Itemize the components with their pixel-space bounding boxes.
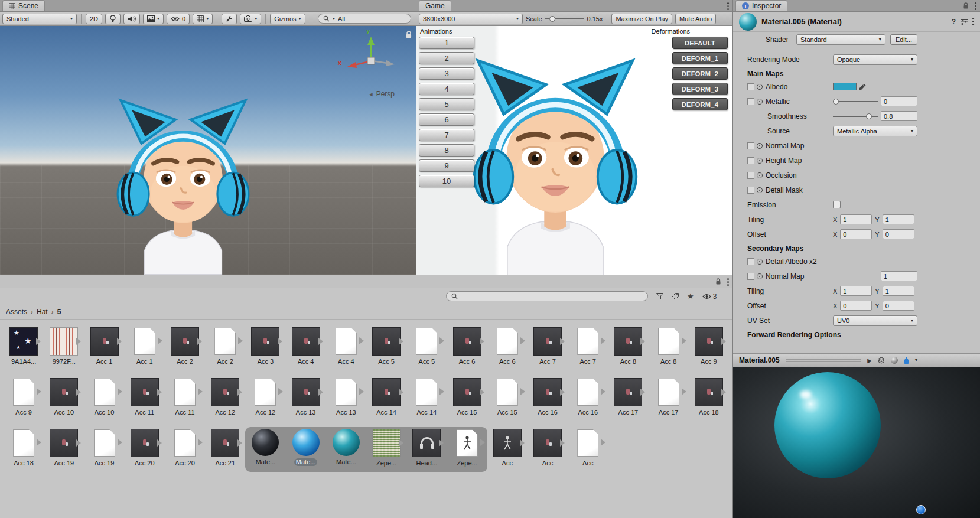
asset-item[interactable]: Acc 2: [205, 325, 245, 370]
animation-button-1[interactable]: 1: [419, 37, 474, 49]
shader-dropdown[interactable]: Standard▾: [796, 34, 885, 45]
project-visibility-toggle[interactable]: 3: [702, 292, 717, 301]
expand-arrow-icon[interactable]: [399, 439, 403, 447]
resolution-dropdown[interactable]: 3800x3000▾: [419, 14, 523, 24]
expand-arrow-icon[interactable]: [560, 439, 565, 447]
breadcrumb-item-assets[interactable]: Assets: [6, 308, 27, 316]
expand-arrow-icon[interactable]: [198, 388, 203, 395]
scene-audio-button[interactable]: [123, 14, 140, 24]
scene-effects-dropdown[interactable]: ▾: [143, 14, 164, 24]
preview-sphere-icon[interactable]: [891, 357, 898, 364]
rendering-mode-dropdown[interactable]: Opaque▾: [833, 54, 917, 65]
expand-arrow-icon[interactable]: [237, 439, 242, 447]
expand-arrow-icon[interactable]: [198, 439, 203, 446]
expand-arrow-icon[interactable]: [480, 439, 485, 446]
object-picker-icon[interactable]: [757, 158, 763, 164]
object-picker-icon[interactable]: [757, 99, 763, 105]
asset-item[interactable]: Acc 10: [84, 376, 124, 421]
project-search-input[interactable]: [446, 291, 648, 301]
tab-scene[interactable]: Scene: [2, 0, 45, 11]
asset-item[interactable]: Zepe...: [366, 427, 406, 472]
expand-arrow-icon[interactable]: [480, 338, 484, 345]
expand-arrow-icon[interactable]: [76, 439, 81, 447]
expand-arrow-icon[interactable]: [439, 388, 444, 395]
deformation-button-deform_2[interactable]: DEFORM_2: [672, 67, 728, 80]
tab-inspector[interactable]: i Inspector: [735, 0, 787, 11]
scene-visibility-toggle[interactable]: 0: [167, 14, 190, 24]
lock-icon[interactable]: [405, 31, 412, 39]
expand-arrow-icon[interactable]: [399, 338, 403, 345]
animation-button-6[interactable]: 6: [419, 113, 474, 126]
texture-slot[interactable]: [747, 273, 754, 280]
gizmos-dropdown[interactable]: Gizmos▾: [270, 14, 305, 24]
animation-button-10[interactable]: 10: [419, 175, 474, 187]
deformation-button-default[interactable]: DEFAULT: [672, 37, 728, 49]
scene-tool-button[interactable]: [222, 14, 237, 24]
layers-icon[interactable]: [878, 357, 885, 364]
asset-item[interactable]: 9972F...: [44, 325, 84, 370]
asset-item[interactable]: Acc 13: [286, 376, 326, 421]
expand-arrow-icon[interactable]: [439, 337, 444, 344]
scene-viewport[interactable]: y x ◄ Persp: [0, 26, 416, 275]
draw-mode-dropdown[interactable]: Shaded▾: [2, 14, 77, 24]
search-by-type-button[interactable]: [656, 293, 663, 299]
asset-item[interactable]: Acc 17: [649, 376, 689, 421]
asset-item[interactable]: Acc 2: [165, 325, 205, 370]
object-picker-icon[interactable]: [757, 172, 763, 178]
expand-arrow-icon[interactable]: [359, 337, 364, 344]
toggle-2d-button[interactable]: 2D: [86, 14, 102, 24]
animation-button-8[interactable]: 8: [419, 144, 474, 157]
scene-camera-dropdown[interactable]: ▾: [240, 14, 261, 24]
expand-arrow-icon[interactable]: [157, 439, 162, 447]
animation-button-9[interactable]: 9: [419, 159, 474, 172]
asset-item[interactable]: Acc 20: [125, 427, 165, 472]
object-picker-icon[interactable]: [757, 187, 763, 193]
asset-item[interactable]: Acc 14: [366, 376, 406, 421]
smoothness-slider[interactable]: [833, 112, 878, 120]
asset-item[interactable]: Acc 3: [245, 325, 285, 370]
drag-handle[interactable]: [786, 359, 862, 362]
expand-arrow-icon[interactable]: [640, 338, 645, 345]
metallic-value-field[interactable]: 0: [881, 96, 917, 106]
expand-arrow-icon[interactable]: [520, 388, 525, 395]
uv-set-dropdown[interactable]: UV0▾: [833, 315, 917, 326]
avatar-scene[interactable]: [109, 96, 258, 275]
asset-item[interactable]: Acc 16: [528, 376, 568, 421]
object-picker-icon[interactable]: [757, 84, 763, 90]
texture-slot[interactable]: [747, 187, 754, 194]
albedo-color-swatch[interactable]: [833, 83, 857, 90]
expand-arrow-icon[interactable]: [601, 337, 605, 344]
asset-item[interactable]: Acc: [568, 427, 608, 472]
scale-slider-knob[interactable]: [549, 16, 555, 22]
expand-arrow-icon[interactable]: [721, 389, 726, 396]
expand-arrow-icon[interactable]: [278, 388, 283, 395]
asset-item[interactable]: Acc 7: [528, 325, 568, 370]
secondary-normal-value-field[interactable]: 1: [881, 271, 917, 281]
expand-arrow-icon[interactable]: [37, 388, 41, 395]
expand-arrow-icon[interactable]: [117, 338, 122, 345]
expand-arrow-icon[interactable]: [278, 338, 282, 345]
asset-item[interactable]: Acc 14: [406, 376, 447, 421]
eyedropper-icon[interactable]: [859, 83, 866, 90]
smoothness-slider-knob[interactable]: [866, 113, 872, 119]
expand-arrow-icon[interactable]: [158, 337, 162, 344]
offset-x-field[interactable]: 0: [840, 229, 872, 239]
smoothness-value-field[interactable]: 0.8: [881, 111, 917, 121]
asset-item[interactable]: Acc 17: [608, 376, 648, 421]
expand-arrow-icon[interactable]: [439, 439, 444, 447]
deformation-button-deform_3[interactable]: DEFORM_3: [672, 83, 728, 95]
asset-item[interactable]: ★★★9A1A4...: [4, 325, 44, 370]
asset-item[interactable]: Acc 20: [165, 427, 205, 472]
expand-arrow-icon[interactable]: [682, 388, 686, 395]
asset-item[interactable]: Acc 8: [608, 325, 648, 370]
asset-item[interactable]: Acc 1: [84, 325, 124, 370]
object-picker-icon[interactable]: [757, 273, 763, 279]
deformation-button-deform_4[interactable]: DEFORM_4: [672, 98, 728, 110]
expand-arrow-icon[interactable]: [237, 389, 242, 396]
material-preview-bar[interactable]: Material.005 ▶ ▾: [733, 353, 980, 367]
help-icon[interactable]: ?: [952, 18, 956, 26]
maximize-on-play-button[interactable]: Maximize On Play: [611, 14, 672, 24]
play-icon[interactable]: ▶: [867, 357, 872, 364]
emission-checkbox[interactable]: [833, 201, 841, 208]
expand-arrow-icon[interactable]: [197, 338, 202, 345]
